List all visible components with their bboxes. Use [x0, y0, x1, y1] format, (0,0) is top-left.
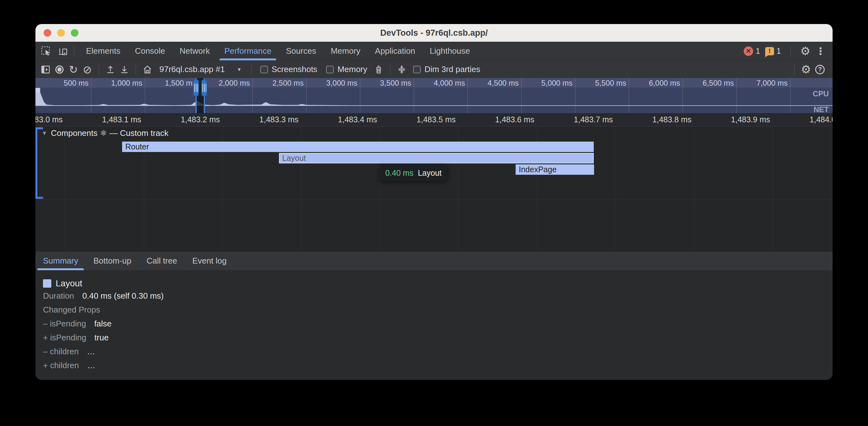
- tab-elements[interactable]: Elements: [79, 42, 127, 60]
- summary-row: Duration0.40 ms (self 0.30 ms): [43, 291, 833, 305]
- save-profile-icon[interactable]: [117, 63, 131, 76]
- event-color-swatch: [43, 280, 51, 288]
- detail-tick-label: 1,483.1 ms: [78, 115, 142, 124]
- track-header-components[interactable]: ▼ Components ⚛ — Custom track: [42, 128, 168, 138]
- summary-value: false: [94, 319, 112, 329]
- detail-time-ruler: 1,483.0 ms1,483.1 ms1,483.2 ms1,483.3 ms…: [35, 113, 833, 126]
- target-selector[interactable]: 97r6ql.csb.app #1 ▼: [154, 64, 247, 74]
- chevron-down-icon: ▼: [237, 67, 242, 72]
- bottom-tab-bottom-up[interactable]: Bottom-up: [86, 252, 139, 270]
- summary-key: + children: [43, 361, 79, 370]
- net-row-label: NET: [814, 105, 829, 113]
- overview-tick-label: 1,500 ms: [146, 79, 196, 88]
- cpu-row-label: CPU: [813, 90, 829, 98]
- summary-row: Changed Props: [43, 305, 833, 319]
- load-profile-icon[interactable]: [103, 63, 117, 76]
- flame-gridline: [537, 126, 537, 251]
- divider: [790, 46, 791, 56]
- toggle-sidebar-icon[interactable]: [39, 63, 53, 76]
- detail-tick-label: 1,483.4 ms: [314, 115, 377, 124]
- screenshots-checkbox[interactable]: Screenshots: [260, 64, 318, 74]
- summary-row: – children…: [43, 347, 833, 361]
- bottom-tab-event-log[interactable]: Event log: [185, 252, 234, 270]
- overview-tick-label: 6,000 ms: [629, 79, 680, 88]
- home-icon[interactable]: [141, 63, 154, 76]
- detail-tick-label: 1,483.2 ms: [157, 115, 220, 124]
- inspect-element-icon[interactable]: [40, 45, 53, 58]
- collapse-sections-icon[interactable]: [395, 63, 409, 76]
- summary-value: …: [87, 361, 95, 370]
- cpu-activity-chart: [35, 88, 833, 106]
- bottom-tab-summary[interactable]: Summary: [35, 252, 86, 270]
- dim-3rd-parties-checkbox[interactable]: Dim 3rd parties: [413, 64, 480, 74]
- overview-tick-label: 5,000 ms: [522, 79, 572, 88]
- bottom-tab-call-tree[interactable]: Call tree: [139, 252, 185, 270]
- overview-tick-label: 3,000 ms: [307, 79, 358, 88]
- tooltip-duration: 0.40 ms: [385, 168, 413, 177]
- zoom-window-button[interactable]: [71, 29, 79, 37]
- flame-bar-layout[interactable]: Layout: [279, 153, 594, 163]
- checkbox-box: [413, 66, 421, 73]
- titlebar: DevTools - 97r6ql.csb.app/: [35, 24, 833, 42]
- summary-key: + isPending: [43, 333, 86, 342]
- tab-sources[interactable]: Sources: [279, 42, 323, 60]
- main-tabbar: ElementsConsoleNetworkPerformanceSources…: [35, 42, 833, 61]
- warning-badge[interactable]: ! 1: [765, 46, 781, 56]
- tab-application[interactable]: Application: [368, 42, 422, 60]
- collect-garbage-icon[interactable]: [372, 63, 385, 76]
- flame-bar-router[interactable]: Router: [122, 141, 594, 152]
- detail-tick-label: 1,483.7 ms: [550, 115, 613, 124]
- tab-console[interactable]: Console: [127, 42, 172, 60]
- flame-chart[interactable]: ▼ Components ⚛ — Custom track RouterLayo…: [35, 126, 833, 251]
- device-toolbar-icon[interactable]: [57, 45, 70, 58]
- performance-toolbar: ↻ ⊘ 97r6ql.csb.app #1 ▼ Screenshots: [35, 61, 833, 78]
- more-options-icon[interactable]: ⋮: [815, 45, 826, 57]
- flame-gridline: [773, 126, 773, 251]
- divider: [74, 46, 74, 56]
- minimize-window-button[interactable]: [57, 29, 65, 37]
- window-title: DevTools - 97r6ql.csb.app/: [35, 28, 833, 38]
- close-window-button[interactable]: [44, 29, 51, 37]
- tab-lighthouse[interactable]: Lighthouse: [423, 42, 477, 60]
- help-icon[interactable]: ?: [813, 63, 827, 76]
- overview-tick-label: 7,000 ms: [737, 79, 788, 88]
- summary-key: – children: [43, 347, 79, 357]
- overview-tick-label: 2,500 ms: [253, 79, 304, 88]
- record-button[interactable]: [53, 63, 66, 76]
- capture-settings-gear-icon[interactable]: ⚙: [799, 63, 813, 76]
- summary-panel: Layout Duration0.40 ms (self 0.30 ms)Cha…: [35, 270, 833, 380]
- summary-value: 0.40 ms (self 0.30 ms): [82, 291, 163, 301]
- checkbox-box: [326, 66, 334, 73]
- summary-key: Duration: [43, 291, 74, 301]
- summary-value: true: [95, 333, 109, 342]
- overview-tick-label: 6,500 ms: [683, 79, 734, 88]
- timeline-overview[interactable]: 500 ms1,000 ms1,500 ms2,000 ms2,500 ms3,…: [35, 78, 833, 113]
- memory-checkbox[interactable]: Memory: [326, 64, 367, 74]
- clear-icon[interactable]: ⊘: [80, 63, 94, 76]
- divider: [251, 64, 251, 74]
- summary-row: + isPendingtrue: [43, 333, 833, 347]
- record-and-reload-icon[interactable]: ↻: [66, 63, 80, 76]
- detail-tick-label: 1,484.0 ms: [785, 115, 833, 124]
- tab-performance[interactable]: Performance: [217, 42, 279, 60]
- details-tabbar: SummaryBottom-upCall treeEvent log: [35, 251, 833, 270]
- detail-tick-label: 1,483.9 ms: [707, 115, 770, 124]
- tab-memory[interactable]: Memory: [323, 42, 368, 60]
- error-badge[interactable]: ✕ 1: [744, 46, 760, 56]
- tooltip-label: Layout: [418, 168, 442, 177]
- flame-bar-indexpage[interactable]: IndexPage: [516, 164, 594, 175]
- flame-gridline: [301, 126, 302, 251]
- checkbox-box: [260, 66, 268, 73]
- react-atom-icon: ⚛: [100, 128, 107, 138]
- divider: [794, 64, 795, 74]
- overview-tick-label: 500 ms: [38, 79, 89, 88]
- tab-network[interactable]: Network: [173, 42, 217, 60]
- divider: [99, 64, 99, 74]
- selection-left-handle[interactable]: [193, 79, 199, 96]
- overview-tick-label: 5,500 ms: [576, 79, 626, 88]
- panel-tabs: ElementsConsoleNetworkPerformanceSources…: [79, 42, 477, 60]
- selection-right-handle[interactable]: [201, 79, 207, 96]
- overview-marker: [35, 88, 40, 92]
- flame-gridline: [222, 126, 223, 251]
- settings-gear-icon[interactable]: ⚙: [800, 45, 810, 57]
